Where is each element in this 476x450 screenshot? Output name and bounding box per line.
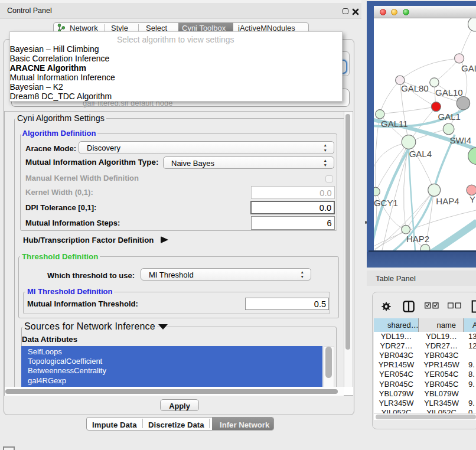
- svg-text:GCY1: GCY1: [374, 198, 398, 208]
- svg-text:GAL1: GAL1: [438, 112, 461, 122]
- svg-text:GAL80: GAL80: [401, 83, 429, 93]
- svg-text:SWI4: SWI4: [449, 135, 471, 145]
- svg-text:Y: Y: [470, 194, 475, 204]
- svg-text:GAL4: GAL4: [409, 149, 432, 159]
- svg-text:HAP2: HAP2: [406, 234, 429, 244]
- svg-text:GAL10: GAL10: [435, 87, 463, 97]
- svg-text:GAL: GAL: [461, 63, 476, 73]
- svg-text:GAL11: GAL11: [381, 119, 408, 129]
- svg-text:HAP4: HAP4: [436, 196, 459, 206]
